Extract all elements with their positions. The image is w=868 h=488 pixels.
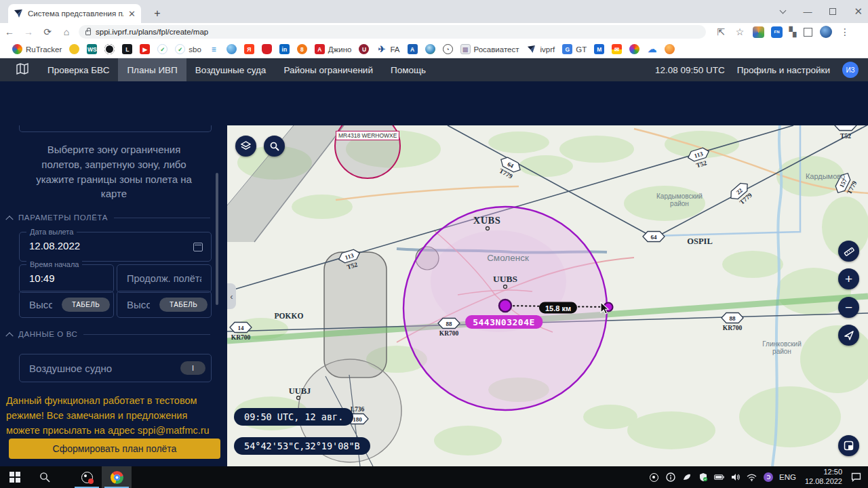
sidepanel-icon[interactable] (804, 28, 812, 37)
bookmark-bag[interactable] (262, 44, 272, 54)
svg-text:L736: L736 (351, 406, 365, 413)
locate-button[interactable] (838, 325, 859, 346)
tray-obs-icon[interactable] (649, 473, 659, 482)
bookmark-stripes[interactable]: ≡ (209, 44, 219, 54)
user-avatar[interactable]: ИЗ (842, 62, 859, 78)
extension-icon[interactable] (753, 26, 764, 38)
language-indicator[interactable]: ENG (779, 473, 796, 481)
bookmark-circle[interactable] (104, 44, 115, 54)
aircraft-field: I (19, 354, 212, 382)
tabel-button[interactable]: ТАБЕЛЬ (159, 298, 208, 312)
bookmark-cloud[interactable]: ☁ (647, 44, 657, 54)
bookmark-check[interactable]: ✓ (157, 44, 167, 54)
browser-profile-avatar[interactable] (820, 26, 832, 38)
taskbar-clock[interactable]: 12:50 12.08.2022 (802, 468, 845, 487)
zone-center-marker[interactable] (499, 300, 511, 312)
tray-volume-icon[interactable] (730, 473, 741, 481)
bookmark-sbo[interactable]: ✓sbo (175, 44, 201, 54)
bookmark-globe[interactable] (425, 44, 435, 54)
start-button[interactable] (0, 466, 30, 488)
window-close-icon[interactable]: ✕ (854, 5, 863, 18)
nav-item-bvs-check[interactable]: Проверка БВС (39, 58, 118, 81)
map-search-button[interactable] (264, 136, 285, 157)
bookmark-gt[interactable]: GGT (562, 44, 587, 54)
tray-security-icon[interactable] (698, 472, 708, 482)
profile-settings-link[interactable]: Профиль и настройки (737, 65, 830, 75)
params-section-header[interactable]: ПАРАМЕТРЫ ПОЛЁТА (7, 214, 210, 222)
taskbar-obs-button[interactable] (72, 466, 102, 488)
window-minimize-icon[interactable]: — (803, 7, 812, 17)
bookmark-rosaviatest[interactable]: ▤Росавиатест (460, 44, 519, 54)
measure-button[interactable] (838, 241, 859, 262)
bookmark-drop[interactable] (226, 44, 237, 54)
map-canvas[interactable]: 14KR700 88KR700 88KR700 64T779 113T52 11… (227, 125, 868, 466)
forward-icon[interactable]: → (19, 26, 38, 37)
new-tab-button[interactable]: + (151, 7, 164, 20)
sidebar-collapse-handle[interactable]: ‹ (227, 283, 236, 309)
bookmark-youtube[interactable]: ▶ (140, 44, 150, 54)
tray-app-icon[interactable] (665, 472, 675, 482)
zoom-out-button[interactable]: − (838, 297, 859, 318)
browser-tab[interactable]: Система представления планов ✕ (8, 4, 141, 23)
altitude-max-input[interactable] (117, 291, 159, 317)
bookmark-8[interactable]: 8 (297, 44, 307, 54)
altitude-min-input[interactable] (20, 291, 62, 317)
aircraft-toggle[interactable]: I (180, 361, 205, 375)
bookmark-mail[interactable]: ✉ (612, 44, 622, 54)
bookmark-ws[interactable]: WS (87, 44, 97, 54)
departure-date-field[interactable]: Дата вылета 12.08.2022 (19, 232, 212, 262)
tabel-button[interactable]: ТАБЕЛЬ (62, 298, 110, 312)
bookmark-ivprf[interactable]: ivprf (526, 44, 555, 54)
extension-icon[interactable]: FN (771, 26, 783, 38)
duration-input[interactable] (117, 265, 211, 292)
document-icon: ▤ (460, 44, 471, 54)
tray-battery-icon[interactable] (714, 474, 724, 481)
test-mode-warning: Данный функционал работает в тестовом ре… (6, 393, 218, 438)
puzzle-extensions-icon[interactable]: ▚ (786, 26, 800, 37)
tray-fin-icon[interactable] (682, 472, 692, 482)
star-icon[interactable]: ☆ (730, 26, 749, 37)
bookmark-yandex[interactable]: Я (244, 44, 254, 54)
bookmark-linkedin[interactable]: in (279, 44, 290, 54)
bookmark-wheel[interactable] (629, 44, 639, 54)
action-center-icon[interactable] (851, 472, 861, 482)
nav-item-restriction-areas[interactable]: Районы ограничений (275, 58, 382, 81)
bookmark-jino[interactable]: АДжино (315, 44, 352, 54)
share-icon[interactable]: ⇱ (711, 26, 730, 37)
taskbar-search-button[interactable] (30, 466, 60, 488)
bookmark-rutracker[interactable]: RuTracker (12, 44, 62, 54)
home-icon[interactable]: ⌂ (57, 26, 76, 37)
url-bar[interactable]: sppi.ivprf.ru/plans/fpl/create/map (79, 25, 706, 39)
bookmark-orange-drop[interactable] (665, 44, 675, 54)
tab-close-icon[interactable]: ✕ (128, 9, 136, 19)
tray-wifi-icon[interactable] (747, 474, 757, 481)
nav-item-aircraft[interactable]: Воздушные суда (186, 58, 275, 81)
taskbar-chrome-button[interactable] (102, 466, 132, 488)
nav-item-ivp-plans[interactable]: Планы ИВП (118, 58, 186, 81)
bookmark-flag[interactable]: A (408, 44, 418, 54)
aircraft-section-header[interactable]: ДАННЫЕ О ВС (7, 330, 210, 338)
calendar-icon[interactable] (193, 243, 203, 251)
bookmark-gauge[interactable]: ◔ (443, 44, 453, 54)
bookmark-m[interactable]: M (594, 44, 604, 54)
aircraft-input[interactable] (20, 354, 180, 382)
tray-viber-icon[interactable] (763, 472, 773, 482)
bookmark-l[interactable]: L (122, 44, 132, 54)
sidebar-scrollbar[interactable] (216, 173, 218, 305)
nav-item-help[interactable]: Помощь (382, 58, 435, 81)
area-select-button[interactable] (838, 435, 859, 456)
start-time-field[interactable]: Время начала 10:49 (19, 264, 114, 293)
browser-menu-icon[interactable]: ⋮ (835, 26, 854, 37)
bookmark-fa[interactable]: ✈FA (376, 44, 399, 54)
layers-button[interactable] (235, 136, 256, 157)
bookmark-smiley[interactable] (69, 44, 79, 54)
create-plan-button[interactable]: Сформировать план полёта (9, 439, 220, 459)
back-icon[interactable]: ← (0, 26, 19, 37)
flag-a-icon: A (408, 44, 418, 54)
zoom-in-button[interactable]: + (838, 268, 859, 289)
refresh-icon[interactable]: ⟳ (38, 26, 57, 37)
jino-icon: А (315, 44, 325, 54)
window-chevron-icon[interactable] (780, 7, 787, 14)
window-maximize-icon[interactable] (829, 8, 836, 15)
bookmark-u[interactable]: U (359, 44, 369, 54)
